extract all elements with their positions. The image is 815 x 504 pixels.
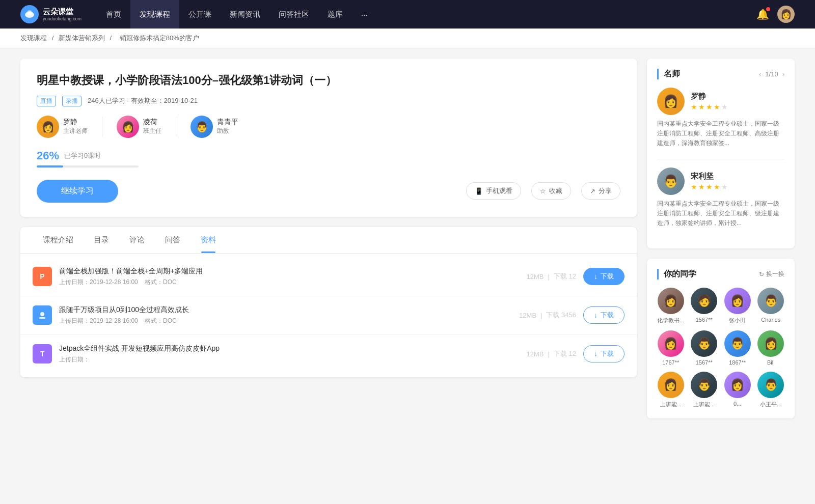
classmate-item-5[interactable]: 👨 1567** [691,330,718,366]
download-button-2[interactable]: ↓ 下载 [583,345,624,362]
refresh-label: 换一换 [766,270,784,278]
course-meta-text: 246人已学习 · 有效期至：2019-10-21 [88,96,198,105]
classmate-item-7[interactable]: 👩 Bill [757,330,785,366]
svg-point-3 [40,312,44,316]
navbar: 云朵课堂 yunduoketang.com 首页 发现课程 公开课 新闻资讯 问… [0,0,815,29]
classmate-item-6[interactable]: 👨 1867** [724,330,751,366]
teachers-prev-button[interactable]: ‹ [759,70,761,78]
progress-header: 26% 已学习0课时 [37,149,620,162]
resource-meta-1: 上传日期：2019-12-28 16:00 格式：DOC [59,317,487,325]
classmate-item-3[interactable]: 👨 Charles [757,288,785,324]
nav-item-news[interactable]: 新闻资讯 [221,0,269,29]
tab-qa[interactable]: 问答 [155,227,191,253]
teachers-next-button[interactable]: › [782,70,784,78]
nav-logo[interactable]: 云朵课堂 yunduoketang.com [20,5,82,23]
progress-percent: 26% [37,149,59,162]
teacher-sidebar-stars-0: ★ ★ ★ ★ ★ [691,103,728,111]
teacher-item-0: 👩 罗静 主讲老师 [37,116,88,138]
collect-label: 收藏 [549,186,562,195]
teacher-sidebar-stars-1: ★ ★ ★ ★ ★ [691,183,728,191]
resource-icon-1 [33,305,52,325]
classmate-name-3: Charles [761,317,780,323]
resource-info-0: 前端全栈加强版！前端全栈+全周期+多端应用 上传日期：2019-12-28 16… [59,267,487,287]
classmate-name-8: 上班能... [660,401,682,408]
refresh-button[interactable]: ↻ 换一换 [759,270,784,278]
teacher-sidebar-header-0: 👩 罗静 ★ ★ ★ ★ ★ [657,88,784,115]
classmate-avatar-10: 👩 [724,372,751,398]
resource-sep-1: | [540,312,542,319]
download-label-1: 下载 [601,311,614,320]
classmate-item-2[interactable]: 👩 张小田 [724,288,751,324]
classmate-avatar-6: 👨 [724,330,751,357]
nav-item-home[interactable]: 首页 [97,0,130,29]
download-button-1[interactable]: ↓ 下载 [583,306,624,324]
nav-item-discover[interactable]: 发现课程 [130,0,179,29]
breadcrumb-link-discover[interactable]: 发现课程 [20,34,47,42]
tab-review[interactable]: 评论 [119,227,155,253]
mobile-watch-button[interactable]: 📱 手机观看 [466,182,521,200]
logo-sub: yunduoketang.com [43,16,82,22]
continue-learning-button[interactable]: 继续学习 [37,180,118,203]
resource-name-2: Jetpack全组件实战 开发短视频应用高仿皮皮虾App [59,344,487,353]
classmate-item-9[interactable]: 👨 上班能... [691,372,718,408]
classmate-item-8[interactable]: 👩 上班能... [657,372,685,408]
tab-catalog[interactable]: 目录 [84,227,119,253]
resource-name-0: 前端全栈加强版！前端全栈+全周期+多端应用 [59,267,487,276]
resource-format-0: 格式：DOC [145,278,177,286]
classmate-avatar-0: 👩 [658,288,684,314]
content-area: 明星中教授课，小学阶段语法100分–强化级第1讲动词（一） 直播 录播 246人… [20,59,637,429]
share-label: 分享 [599,186,612,195]
nav-item-quiz[interactable]: 题库 [318,0,352,29]
teacher-sidebar-name-0: 罗静 [691,92,728,101]
breadcrumb-link-series[interactable]: 新媒体营销系列 [59,34,105,42]
resource-stats-2: 12MB | 下载 12 [495,349,576,358]
resource-item-2: T Jetpack全组件实战 开发短视频应用高仿皮皮虾App 上传日期： 12M… [20,335,637,373]
resource-meta-2: 上传日期： [59,355,487,364]
download-icon-0: ↓ [594,272,597,281]
resource-name-1: 跟随千万级项目从0到100全过程高效成长 [59,305,487,315]
teacher-info-0: 罗静 主讲老师 [63,118,88,135]
teacher-info-2: 青青平 助教 [217,118,238,135]
progress-section: 26% 已学习0课时 [37,149,620,167]
teacher-sidebar-header-1: 👨 宋利坚 ★ ★ ★ ★ ★ [657,167,784,195]
nav-items: 首页 发现课程 公开课 新闻资讯 问答社区 题库 ··· [97,0,756,29]
download-label-0: 下载 [601,272,614,281]
teacher-divider-2 [176,117,176,137]
classmate-item-11[interactable]: 👨 小王平... [757,372,785,408]
star-b5: ★ [721,183,728,191]
classmate-avatar-9: 👨 [691,372,717,398]
tab-intro[interactable]: 课程介绍 [33,227,84,253]
teachers-panel-title: 名师 [657,69,680,79]
teacher-name-2: 青青平 [217,118,238,127]
classmate-name-1: 1567** [696,317,713,323]
share-button[interactable]: ↗ 分享 [581,182,620,200]
nav-item-open[interactable]: 公开课 [179,0,221,29]
download-button-0[interactable]: ↓ 下载 [583,268,624,285]
classmate-name-11: 小王平... [760,401,781,408]
teacher-divider-1 [102,117,102,137]
star-b1: ★ [691,183,697,191]
badge-record: 录播 [62,96,82,106]
resource-stats-1: 12MB | 下载 3456 [495,311,576,320]
collect-button[interactable]: ☆ 收藏 [531,182,571,200]
user-avatar[interactable]: 👩 [777,6,795,23]
tab-resources[interactable]: 资料 [191,227,226,253]
star-icon: ☆ [540,187,546,195]
nav-item-qa[interactable]: 问答社区 [269,0,318,29]
classmate-avatar-11: 👨 [757,372,784,398]
classmate-item-4[interactable]: 👩 1767** [657,330,685,366]
classmate-item-0[interactable]: 👩 化学教书... [657,288,685,324]
tabs-card: 课程介绍 目录 评论 问答 资料 P 前端全栈加强版！前端全栈+全周期+多端应用… [20,227,637,377]
resource-size-0: 12MB [527,273,544,281]
action-buttons: 📱 手机观看 ☆ 收藏 ↗ 分享 [466,182,620,200]
teachers-list: 👩 罗静 主讲老师 👩 凌荷 班主任 👨 [37,116,620,138]
classmate-item-10[interactable]: 👩 0... [724,372,751,408]
resource-item-1: 跟随千万级项目从0到100全过程高效成长 上传日期：2019-12-28 16:… [20,296,637,335]
teacher-name-0: 罗静 [63,118,88,127]
teachers-page: 1/10 [765,70,778,78]
progress-bar-fill [37,165,63,167]
star-3: ★ [706,103,713,111]
classmate-item-1[interactable]: 🧑 1567** [691,288,718,324]
nav-item-more[interactable]: ··· [352,0,377,29]
notification-bell[interactable]: 🔔 [756,8,769,20]
